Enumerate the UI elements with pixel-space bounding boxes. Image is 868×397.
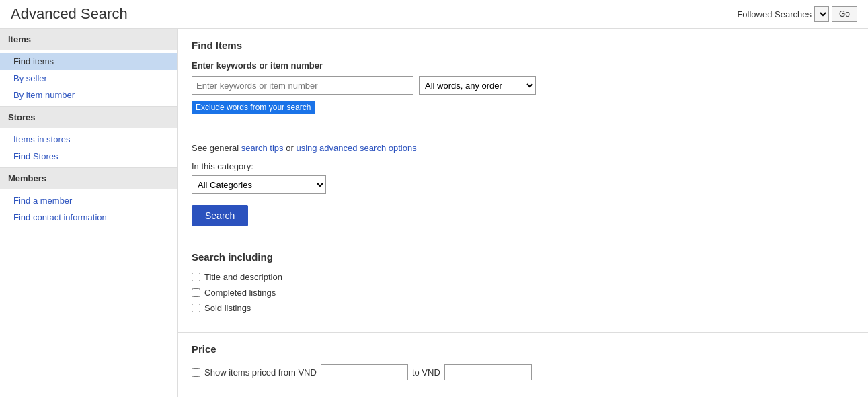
search-including-title: Search including [192, 251, 855, 263]
main-content: Find Items Enter keywords or item number… [178, 29, 868, 397]
header-right: Followed Searches Go [737, 6, 857, 22]
sidebar: Items Find items By seller By item numbe… [0, 29, 178, 397]
title-description-label: Title and description [204, 272, 282, 282]
followed-searches-label: Followed Searches [737, 9, 812, 19]
order-select[interactable]: All words, any order Any words Exact wor… [419, 76, 536, 95]
sidebar-item-find-member[interactable]: Find a member [0, 192, 177, 209]
title-description-checkbox[interactable] [192, 273, 200, 281]
search-tips-link[interactable]: search tips [241, 143, 284, 153]
keyword-row: All words, any order Any words Exact wor… [192, 76, 855, 95]
buying-formats-panel: Buying formats [178, 394, 868, 397]
price-to-input[interactable] [444, 364, 532, 380]
completed-listings-checkbox[interactable] [192, 288, 200, 297]
search-button[interactable]: Search [192, 205, 248, 226]
go-button[interactable]: Go [832, 6, 857, 22]
sidebar-items-header: Items [0, 29, 177, 50]
sidebar-item-find-items[interactable]: Find items [0, 53, 177, 70]
sidebar-members-header: Members [0, 167, 177, 189]
exclude-input[interactable] [192, 118, 413, 136]
price-checkbox[interactable] [192, 368, 200, 377]
sidebar-item-items-in-stores[interactable]: Items in stores [0, 131, 177, 148]
sidebar-item-by-item-number[interactable]: By item number [0, 87, 177, 103]
price-from-input[interactable] [321, 364, 408, 380]
advanced-options-link[interactable]: using advanced search options [296, 143, 416, 153]
tips-mid: or [284, 143, 297, 153]
sold-listings-label: Sold listings [204, 303, 251, 313]
tips-prefix: See general [192, 143, 241, 153]
search-including-panel: Search including Title and description C… [178, 240, 868, 333]
keywords-label: Enter keywords or item number [192, 60, 855, 71]
sidebar-stores-group: Items in stores Find Stores [0, 128, 177, 167]
checkbox-row-sold: Sold listings [192, 303, 855, 313]
keyword-input[interactable] [192, 76, 413, 95]
price-checkbox-label: Show items priced from VND [204, 367, 317, 378]
sidebar-item-by-seller[interactable]: By seller [0, 70, 177, 87]
sold-listings-checkbox[interactable] [192, 304, 200, 312]
completed-listings-label: Completed listings [204, 288, 276, 298]
followed-searches-select[interactable] [814, 6, 829, 22]
find-items-title: Find Items [192, 40, 855, 51]
price-panel: Price Show items priced from VND to VND [178, 333, 868, 394]
checkbox-row-title: Title and description [192, 272, 855, 282]
tips-text: See general search tips or using advance… [192, 143, 855, 153]
page-header: Advanced Search Followed Searches Go [0, 0, 868, 29]
price-title: Price [192, 343, 855, 355]
sidebar-stores-header: Stores [0, 106, 177, 128]
checkbox-row-completed: Completed listings [192, 288, 855, 298]
find-items-panel: Find Items Enter keywords or item number… [178, 29, 868, 240]
page-title: Advanced Search [11, 5, 128, 23]
main-layout: Items Find items By seller By item numbe… [0, 29, 868, 397]
sidebar-items-group: Find items By seller By item number [0, 50, 177, 106]
exclude-label-button[interactable]: Exclude words from your search [192, 101, 315, 114]
sidebar-item-find-contact[interactable]: Find contact information [0, 209, 177, 226]
sidebar-item-find-stores[interactable]: Find Stores [0, 148, 177, 165]
price-to-label: to VND [412, 367, 440, 378]
category-select[interactable]: All Categories [192, 175, 326, 194]
sidebar-members-group: Find a member Find contact information [0, 189, 177, 228]
price-row: Show items priced from VND to VND [192, 364, 855, 380]
category-label: In this category: [192, 161, 855, 171]
